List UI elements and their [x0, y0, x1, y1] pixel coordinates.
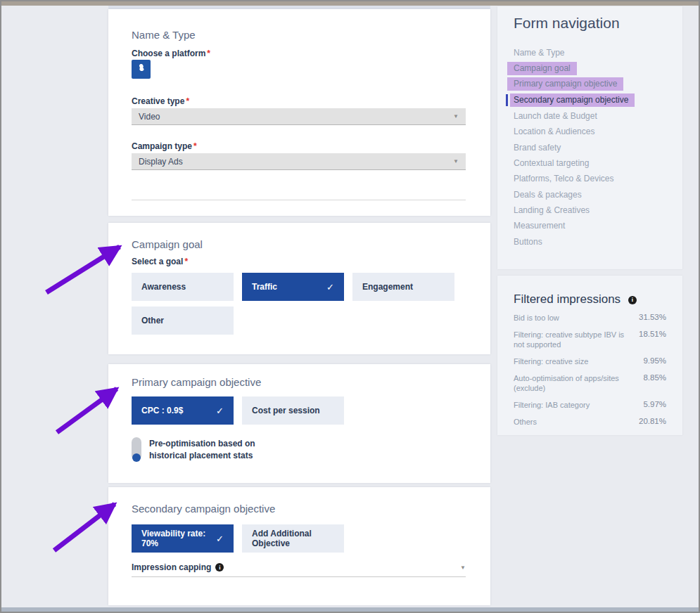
campaign-form-screen: Name & Type Choose a platform* Creative …: [0, 0, 700, 613]
nav-item-location-audiences[interactable]: Location & Audiences: [497, 124, 682, 139]
platform-logo-icon: [135, 62, 148, 77]
section-heading: Secondary campaign objective: [132, 503, 275, 515]
goal-option-awareness[interactable]: Awareness: [132, 273, 234, 301]
nav-item-name-type[interactable]: Name & Type: [497, 45, 682, 60]
form-navigation-panel: Form navigation Name & Type Campaign goa…: [497, 6, 682, 269]
pre-optimisation-toggle[interactable]: [132, 437, 141, 460]
platform-label: Choose a platform*: [132, 49, 210, 58]
info-icon[interactable]: i: [215, 563, 224, 572]
platform-tile-button[interactable]: [132, 60, 151, 79]
campaign-type-label: Campaign type*: [132, 141, 197, 151]
impression-row: Others 20.81%: [514, 417, 666, 427]
window-bottom-edge: [1, 607, 699, 612]
creative-type-select[interactable]: Video ▼: [132, 108, 466, 125]
required-asterisk: *: [193, 141, 197, 151]
nav-item-campaign-goal[interactable]: Campaign goal: [497, 60, 682, 76]
nav-item-brand-safety[interactable]: Brand safety: [497, 139, 682, 155]
impression-row: Auto-optimisation of apps/sites (exclude…: [514, 373, 666, 393]
form-navigation-title: Form navigation: [514, 15, 620, 32]
active-section-indicator: [506, 94, 508, 105]
chevron-down-icon: ▼: [453, 158, 459, 164]
nav-item-deals-packages[interactable]: Deals & packages: [497, 187, 682, 202]
goal-option-traffic[interactable]: Traffic ✓: [242, 273, 344, 301]
impression-capping-select[interactable]: Impression capping i ▼: [132, 558, 466, 577]
check-icon: ✓: [216, 534, 224, 544]
section-campaign-goal: Campaign goal Select a goal* Awareness T…: [108, 223, 490, 354]
creative-type-value: Video: [139, 112, 160, 122]
nav-item-launch-date-budget[interactable]: Launch date & Budget: [497, 108, 682, 124]
nav-item-landing-creatives[interactable]: Landing & Creatives: [497, 202, 682, 218]
nav-item-buttons[interactable]: Buttons: [497, 234, 682, 250]
form-navigation-list: Name & Type Campaign goal Primary campai…: [497, 45, 682, 250]
filtered-impressions-list: Bid is too low 31.53% Filtering: creativ…: [514, 313, 666, 434]
pre-optimisation-label: Pre-optimisation based on historical pla…: [149, 438, 255, 462]
creative-type-label: Creative type*: [132, 96, 189, 106]
chevron-down-icon: ▼: [460, 564, 466, 571]
filtered-impressions-title: Filtered impressions i: [514, 292, 637, 306]
impression-row: Bid is too low 31.53%: [514, 313, 666, 323]
nav-item-contextual-targeting[interactable]: Contextual targeting: [497, 155, 682, 171]
campaign-type-value: Display Ads: [139, 157, 183, 167]
goal-option-engagement[interactable]: Engagement: [352, 273, 454, 301]
required-asterisk: *: [184, 257, 188, 266]
nav-item-primary-objective[interactable]: Primary campaign objective: [497, 77, 682, 92]
annotation-arrow-secondary-objective: [54, 504, 115, 550]
nav-item-secondary-objective[interactable]: Secondary campaign objective: [497, 92, 682, 108]
primary-objective-cpc[interactable]: CPC : 0.9$ ✓: [132, 396, 234, 425]
goal-option-other[interactable]: Other: [132, 306, 234, 335]
section-secondary-objective: Secondary campaign objective Viewability…: [108, 487, 490, 605]
check-icon: ✓: [216, 406, 224, 416]
impression-row: Filtering: IAB category 5.97%: [514, 400, 666, 410]
section-heading: Name & Type: [132, 29, 196, 41]
nav-item-measurement[interactable]: Measurement: [497, 218, 682, 233]
add-additional-objective-button[interactable]: Add Additional Objective: [242, 524, 344, 553]
check-icon: ✓: [326, 282, 334, 292]
section-heading: Primary campaign objective: [132, 376, 261, 388]
info-icon[interactable]: i: [628, 296, 637, 304]
nav-item-platforms-telco-devices[interactable]: Platforms, Telco & Devices: [497, 171, 682, 186]
secondary-objective-viewability[interactable]: Viewability rate: 70% ✓: [132, 524, 234, 553]
section-primary-objective: Primary campaign objective CPC : 0.9$ ✓ …: [108, 364, 490, 483]
section-heading: Campaign goal: [132, 238, 203, 250]
campaign-type-select[interactable]: Display Ads ▼: [132, 153, 466, 170]
section-name-type: Name & Type Choose a platform* Creative …: [108, 9, 490, 216]
filtered-impressions-panel: Filtered impressions i Bid is too low 31…: [497, 276, 682, 435]
primary-objective-cost-per-session[interactable]: Cost per session: [242, 396, 344, 425]
impression-row: Filtering: creative size 9.95%: [514, 356, 666, 366]
chevron-down-icon: ▼: [453, 113, 459, 120]
toggle-knob: [132, 453, 141, 462]
impression-row: Filtering: creative subtype IBV is not s…: [514, 330, 666, 349]
campaign-name-input[interactable]: [132, 188, 466, 200]
required-asterisk: *: [186, 96, 189, 106]
required-asterisk: *: [207, 49, 210, 58]
select-goal-label: Select a goal*: [132, 257, 188, 266]
